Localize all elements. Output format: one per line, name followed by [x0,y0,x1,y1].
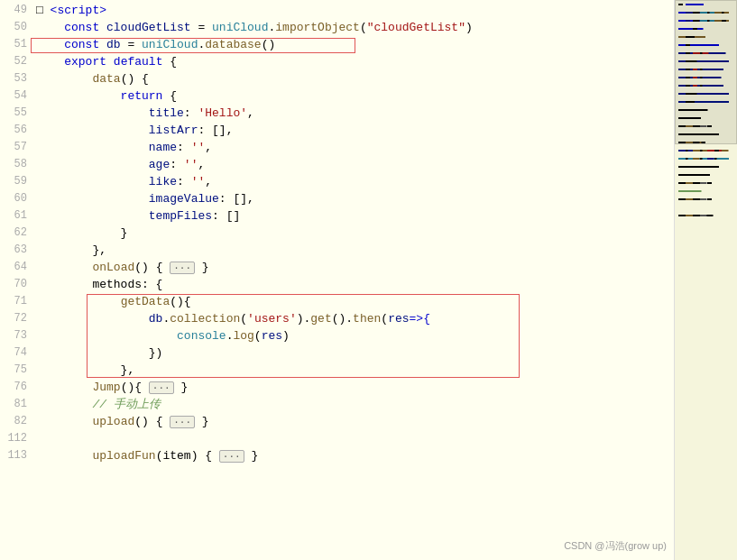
line-number: 72− [0,310,27,327]
line-number: 113+ [0,447,27,464]
line-number: 59 [0,173,27,190]
line-number: 61 [0,207,27,225]
code-line: getData(){ [32,293,674,310]
minimap-viewport[interactable] [675,0,737,144]
line-number: 51 [0,36,27,53]
line-number: 112 [0,430,27,447]
code-line: db.collection('users').get().then(res=>{ [32,310,674,327]
line-number: 56 [0,122,27,139]
line-number: 52− [0,53,27,70]
code-line: // 手动上传 [32,396,674,413]
code-line: imageValue: [], [32,190,674,207]
line-number: 50 [0,19,27,36]
line-number: 75 [0,362,27,379]
watermark: CSDN @冯浩(grow up) [564,539,667,553]
line-number: 76+ [0,379,27,396]
line-number: 49− [0,2,27,19]
code-line [32,430,674,447]
code-line: }, [32,242,674,259]
line-number: 73 [0,327,27,344]
code-line: }, [32,362,674,379]
code-line: const db = uniCloud.database() [32,36,674,53]
line-number: 74 [0,344,27,362]
code-line: }) [32,344,674,362]
line-number: 62 [0,225,27,242]
line-number: 60 [0,190,27,207]
code-line: title: 'Hello', [32,105,674,122]
code-line: data() { [32,70,674,87]
code-line: uploadFun(item) { ··· } [32,447,674,464]
line-number: 58 [0,156,27,173]
line-number: 55 [0,105,27,122]
code-line: upload() { ··· } [32,413,674,430]
code-lines: □ <script> const cloudGetList = uniCloud… [32,0,674,560]
code-line: Jump(){ ··· } [32,379,674,396]
code-line: like: '', [32,173,674,190]
editor-area: 49−505152−53−54−55565758596061626364+70−… [0,0,674,560]
line-number: 82+ [0,413,27,430]
line-number: 81 [0,396,27,413]
code-line: onLoad() { ··· } [32,259,674,276]
code-line: age: '', [32,156,674,173]
line-number: 54− [0,87,27,105]
code-line: name: '', [32,139,674,156]
code-line: } [32,225,674,242]
code-line: const cloudGetList = uniCloud.importObje… [32,19,674,36]
line-number: 53− [0,70,27,87]
line-numbers: 49−505152−53−54−55565758596061626364+70−… [0,0,32,560]
code-line: tempFiles: [] [32,207,674,225]
line-number: 63 [0,242,27,259]
line-number: 57 [0,139,27,156]
line-number: 64+ [0,259,27,276]
code-line: methods: { [32,276,674,293]
code-line: return { [32,87,674,105]
line-number: 70− [0,276,27,293]
line-number: 71− [0,293,27,310]
code-line: listArr: [], [32,122,674,139]
code-container: 49−505152−53−54−55565758596061626364+70−… [0,0,674,560]
code-line: export default { [32,53,674,70]
code-line: console.log(res) [32,327,674,344]
code-line: □ <script> [32,2,674,19]
minimap [674,0,737,560]
